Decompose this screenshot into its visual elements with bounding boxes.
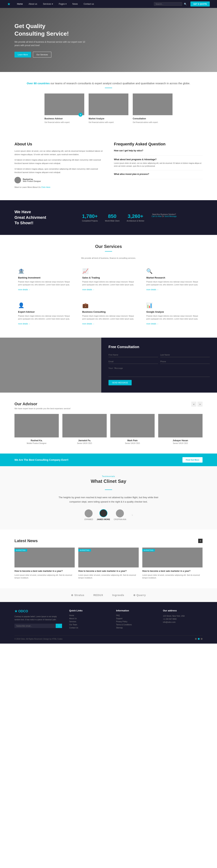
about-para1: Lorem ipsum dolor sit amet, con se ctetu… bbox=[14, 149, 103, 156]
card-img-1: ★ bbox=[44, 93, 84, 115]
news-img-3: MARKETING bbox=[142, 548, 203, 567]
send-message-button[interactable]: SEND MESSAGE bbox=[108, 380, 132, 385]
footer-link-privacy[interactable]: Privacy Policy bbox=[116, 621, 156, 623]
our-services-button[interactable]: Our Services bbox=[33, 52, 51, 58]
footer-info-title: Information bbox=[116, 609, 156, 612]
form-row-contact bbox=[108, 359, 210, 364]
research-text: our teams of research consultants & expe… bbox=[51, 82, 190, 85]
card-desc-2: Get financial advice with expert. bbox=[89, 121, 128, 124]
news-card-1: MARKETING How to become a best sale mark… bbox=[14, 548, 75, 579]
nav-home[interactable]: Home bbox=[16, 2, 24, 6]
learn-more-button[interactable]: Learn More bbox=[14, 52, 31, 58]
advisor-card-4: Jobayer Hasan Senior UI/UX CEO bbox=[158, 414, 203, 444]
news-header: Latest News ≡ bbox=[14, 538, 203, 543]
nav-contact[interactable]: Contact us bbox=[83, 2, 95, 6]
advisor-card-2: Jannatol Fa. Senior UI/UX CEO bbox=[62, 414, 107, 444]
footer-pagination bbox=[195, 638, 203, 640]
nav-news[interactable]: News bbox=[71, 2, 79, 6]
service-market-desc: Praesie ntium magni dolores eos rationae… bbox=[146, 280, 199, 286]
service-google-desc: Praesie ntium magni dolores eos rationae… bbox=[146, 315, 199, 320]
send-message-link[interactable]: Send Message bbox=[164, 215, 177, 217]
market-more-link[interactable]: more details → bbox=[146, 289, 158, 290]
services-divider bbox=[105, 251, 112, 252]
nav-services[interactable]: Services ▾ bbox=[42, 2, 54, 6]
message-textarea[interactable] bbox=[108, 366, 210, 377]
call-now-link[interactable]: Call Us Now bbox=[152, 215, 161, 217]
footer-email-input[interactable] bbox=[14, 624, 56, 628]
footer-link-team[interactable]: Our Team bbox=[69, 624, 109, 626]
news-menu-icon[interactable]: ≡ bbox=[198, 539, 203, 543]
last-name-input[interactable] bbox=[160, 352, 210, 357]
faq-column: Frequently Asked Question How can I get … bbox=[114, 142, 203, 191]
first-name-input[interactable] bbox=[108, 352, 158, 357]
faq-q2[interactable]: What about best programs & Advantage? bbox=[114, 158, 203, 161]
footer-link-terms[interactable]: Terms & Conditions bbox=[116, 624, 156, 626]
faq-a2: Lorem ipsum dolor sit amet, con se ctetu… bbox=[114, 162, 203, 167]
advisor-role-1: Mobile Product Designer bbox=[27, 442, 46, 444]
news-card-title-3[interactable]: How to become a best sale marketer in a … bbox=[142, 569, 203, 573]
footer-dot-1[interactable] bbox=[195, 638, 197, 640]
news-card-title-2[interactable]: How to become a best sale marketer in a … bbox=[78, 569, 138, 573]
stat-label-clients: World Wide Client bbox=[105, 220, 120, 222]
service-expert-desc: Praesie ntium magni dolores eos rationae… bbox=[18, 315, 71, 320]
footer-link-home[interactable]: Home bbox=[69, 615, 109, 616]
footer-link-support[interactable]: Support bbox=[116, 618, 156, 620]
testimonial-avatar-2[interactable]: JAMES MORE bbox=[97, 509, 110, 521]
news-card-desc-3: Lorem ipsum dolor sit amet, consectetur … bbox=[142, 574, 203, 579]
service-sales: 📈 Sales & Trading Praesie ntium magni do… bbox=[79, 265, 138, 294]
nav-pages[interactable]: Pages ▾ bbox=[58, 2, 68, 6]
testimonial-next-icon[interactable]: › bbox=[132, 513, 133, 517]
advisor-name: Rashed ka. bbox=[23, 178, 41, 180]
footer-dot-3[interactable] bbox=[201, 638, 203, 640]
get-quote-button[interactable]: GET A QUOTE bbox=[190, 1, 210, 6]
expert-more-link[interactable]: more details → bbox=[18, 323, 30, 325]
footer-link-faq[interactable]: FAQ bbox=[116, 615, 156, 616]
nav-logo[interactable]: ★ bbox=[7, 2, 10, 6]
testimonial-avatar-3[interactable]: CRISPINA ANA bbox=[114, 509, 126, 521]
news-img-2: MARKETING bbox=[78, 548, 138, 567]
footer-link-sitemap[interactable]: Sitemap bbox=[116, 627, 156, 629]
advisor-img-2 bbox=[62, 414, 107, 437]
testimonial-avatar-1[interactable]: JOHNMED bbox=[84, 509, 93, 521]
learn-more-link[interactable]: Click Here bbox=[41, 186, 51, 188]
sales-more-link[interactable]: more details → bbox=[82, 289, 94, 290]
google-icon: 📊 bbox=[146, 302, 199, 308]
about-faq-section: About Us Lorem ipsum dolor sit amet, con… bbox=[0, 133, 217, 200]
footer-link-services[interactable]: Services bbox=[69, 621, 109, 623]
sales-icon: 📈 bbox=[82, 268, 135, 274]
stat-num-clients: 850 bbox=[105, 213, 120, 219]
banking-more-link[interactable]: more details → bbox=[18, 289, 30, 290]
search-input[interactable] bbox=[154, 2, 182, 6]
advisor-prev-button[interactable]: ‹ bbox=[191, 402, 196, 407]
google-more-link[interactable]: more details → bbox=[146, 323, 158, 325]
card-title-2: Market Analyze bbox=[89, 117, 128, 120]
footer-subscribe-button[interactable]: → bbox=[56, 624, 62, 628]
advisor-name-1: Rashed Ka. bbox=[14, 439, 59, 442]
faq-q3[interactable]: What aliso invest plan & process? bbox=[114, 173, 203, 176]
faq-title: Frequently Asked Question bbox=[114, 142, 203, 147]
consulting-more-link[interactable]: more details → bbox=[82, 323, 94, 325]
advisor-role-4: Senior UI/UX CEO bbox=[173, 442, 188, 444]
footer-dot-2[interactable] bbox=[198, 638, 199, 640]
consultation-title: Free Consultation bbox=[108, 345, 210, 349]
faq-q1[interactable]: How can I get help by odco? bbox=[114, 149, 203, 152]
cta-text: We Are The Best Consulting Company Ever!… bbox=[14, 458, 68, 461]
services-grid: 🏦 Banking Investment Praesie ntium magni… bbox=[14, 265, 203, 329]
advisor-next-button[interactable]: › bbox=[197, 402, 203, 407]
advisor-header-text: Our Advisor We have expert team to provi… bbox=[14, 402, 70, 410]
stats-heading: We HaveGreat AchivmentTo Show!! bbox=[14, 209, 75, 226]
form-submit-area: SEND MESSAGE bbox=[108, 380, 210, 385]
advisor-card-3: Mark Pain Senior UI/UX CEO bbox=[110, 414, 155, 444]
phone-input[interactable] bbox=[160, 359, 210, 364]
service-sales-title: Sales & Trading bbox=[82, 276, 135, 279]
nav-about[interactable]: About us bbox=[28, 2, 38, 6]
news-card-title-1[interactable]: How to become a best sale marketer in a … bbox=[14, 569, 75, 573]
find-out-more-button[interactable]: Find Out More bbox=[182, 457, 203, 463]
footer-link-about[interactable]: About Us bbox=[69, 618, 109, 620]
about-para3: Ut labore et dolore magna aliqua. quis c… bbox=[14, 167, 103, 174]
search-icon[interactable]: 🔍 bbox=[184, 3, 187, 5]
footer-information-col: Information FAQ Support Privacy Policy T… bbox=[116, 609, 156, 630]
email-input[interactable] bbox=[108, 359, 158, 364]
stats-title: We HaveGreat AchivmentTo Show!! bbox=[14, 209, 75, 226]
footer-link-contact[interactable]: Contact Us bbox=[69, 627, 109, 629]
